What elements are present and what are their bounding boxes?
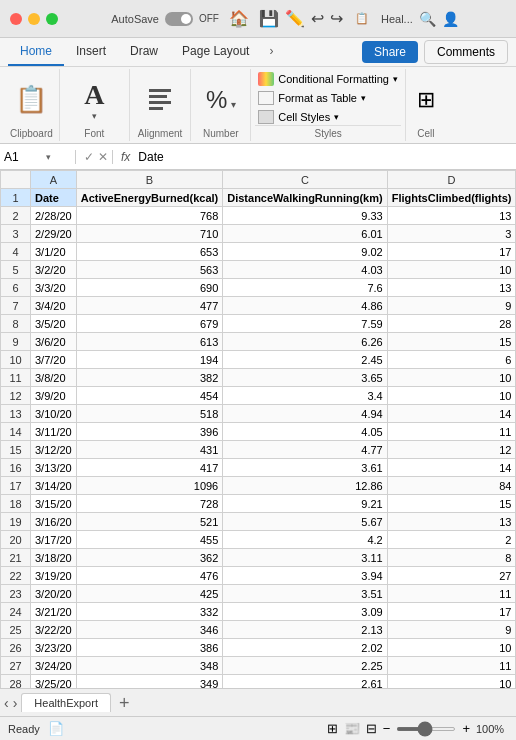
cell-d23[interactable]: 11 xyxy=(387,585,516,603)
formula-x-icon[interactable]: ✕ xyxy=(98,150,108,164)
cell-styles-button[interactable]: Cell Styles ▾ xyxy=(255,109,401,125)
cell-a10[interactable]: 3/7/20 xyxy=(31,351,77,369)
cell-a25[interactable]: 3/22/20 xyxy=(31,621,77,639)
cell-a21[interactable]: 3/18/20 xyxy=(31,549,77,567)
page-view-icon[interactable]: 📄 xyxy=(48,721,64,736)
cell-d11[interactable]: 10 xyxy=(387,369,516,387)
number-button[interactable]: % ▾ xyxy=(206,86,236,114)
cell-d7[interactable]: 9 xyxy=(387,297,516,315)
normal-view-icon[interactable]: ⊞ xyxy=(327,721,338,736)
tab-home[interactable]: Home xyxy=(8,38,64,66)
cell-d28[interactable]: 10 xyxy=(387,675,516,689)
cell-a3[interactable]: 2/29/20 xyxy=(31,225,77,243)
cell-b3[interactable]: 710 xyxy=(76,225,223,243)
cell-d21[interactable]: 8 xyxy=(387,549,516,567)
cell-c3[interactable]: 6.01 xyxy=(223,225,387,243)
cell-b17[interactable]: 1096 xyxy=(76,477,223,495)
cell-b14[interactable]: 396 xyxy=(76,423,223,441)
cell-d3[interactable]: 3 xyxy=(387,225,516,243)
cell-d4[interactable]: 17 xyxy=(387,243,516,261)
font-button[interactable]: A ▾ xyxy=(80,77,108,123)
cell-b12[interactable]: 454 xyxy=(76,387,223,405)
formula-input[interactable]: Date xyxy=(138,150,512,164)
cell-c2[interactable]: 9.33 xyxy=(223,207,387,225)
cell-d12[interactable]: 10 xyxy=(387,387,516,405)
cell-c6[interactable]: 7.6 xyxy=(223,279,387,297)
autosave-toggle[interactable] xyxy=(165,12,193,26)
cell-d10[interactable]: 6 xyxy=(387,351,516,369)
cell-c10[interactable]: 2.45 xyxy=(223,351,387,369)
formula-check-icon[interactable]: ✓ xyxy=(84,150,94,164)
cell-b20[interactable]: 455 xyxy=(76,531,223,549)
cell-b10[interactable]: 194 xyxy=(76,351,223,369)
cell-c9[interactable]: 6.26 xyxy=(223,333,387,351)
cell-a2[interactable]: 2/28/20 xyxy=(31,207,77,225)
cell-b13[interactable]: 518 xyxy=(76,405,223,423)
cell-b24[interactable]: 332 xyxy=(76,603,223,621)
cell-c16[interactable]: 3.61 xyxy=(223,459,387,477)
cell-b8[interactable]: 679 xyxy=(76,315,223,333)
page-layout-view-icon[interactable]: 📰 xyxy=(344,721,360,736)
cell-d27[interactable]: 11 xyxy=(387,657,516,675)
cell-c27[interactable]: 2.25 xyxy=(223,657,387,675)
cell-c20[interactable]: 4.2 xyxy=(223,531,387,549)
cell-b26[interactable]: 386 xyxy=(76,639,223,657)
cell-reference-input[interactable]: A1 xyxy=(4,150,44,164)
cell-ref-dropdown-icon[interactable]: ▾ xyxy=(46,152,51,162)
cell-b25[interactable]: 346 xyxy=(76,621,223,639)
zoom-slider[interactable] xyxy=(396,727,456,731)
cell-c12[interactable]: 3.4 xyxy=(223,387,387,405)
tab-draw[interactable]: Draw xyxy=(118,38,170,66)
cell-c11[interactable]: 3.65 xyxy=(223,369,387,387)
cell-d8[interactable]: 28 xyxy=(387,315,516,333)
cell-d25[interactable]: 9 xyxy=(387,621,516,639)
cell-b23[interactable]: 425 xyxy=(76,585,223,603)
cell-b19[interactable]: 521 xyxy=(76,513,223,531)
comments-button[interactable]: Comments xyxy=(424,40,508,64)
cell-a23[interactable]: 3/20/20 xyxy=(31,585,77,603)
cell-a12[interactable]: 3/9/20 xyxy=(31,387,77,405)
cell-c26[interactable]: 2.02 xyxy=(223,639,387,657)
cell-c28[interactable]: 2.61 xyxy=(223,675,387,689)
cell-c13[interactable]: 4.94 xyxy=(223,405,387,423)
cell-a27[interactable]: 3/24/20 xyxy=(31,657,77,675)
cell-a22[interactable]: 3/19/20 xyxy=(31,567,77,585)
tab-insert[interactable]: Insert xyxy=(64,38,118,66)
cell-d18[interactable]: 15 xyxy=(387,495,516,513)
cell-d24[interactable]: 17 xyxy=(387,603,516,621)
add-sheet-button[interactable]: + xyxy=(115,694,134,712)
cell-c5[interactable]: 4.03 xyxy=(223,261,387,279)
cell-c23[interactable]: 3.51 xyxy=(223,585,387,603)
alignment-button[interactable] xyxy=(145,85,175,114)
cell-b9[interactable]: 613 xyxy=(76,333,223,351)
cell-button[interactable]: ⊞ xyxy=(417,87,435,113)
cell-c18[interactable]: 9.21 xyxy=(223,495,387,513)
cell-c8[interactable]: 7.59 xyxy=(223,315,387,333)
cell-a11[interactable]: 3/8/20 xyxy=(31,369,77,387)
cell-b16[interactable]: 417 xyxy=(76,459,223,477)
active-sheet-tab[interactable]: HealthExport xyxy=(21,693,111,712)
cell-a16[interactable]: 3/13/20 xyxy=(31,459,77,477)
page-break-view-icon[interactable]: ⊟ xyxy=(366,721,377,736)
cell-c22[interactable]: 3.94 xyxy=(223,567,387,585)
cell-d5[interactable]: 10 xyxy=(387,261,516,279)
cell-d9[interactable]: 15 xyxy=(387,333,516,351)
cell-a8[interactable]: 3/5/20 xyxy=(31,315,77,333)
cell-d26[interactable]: 10 xyxy=(387,639,516,657)
cell-b11[interactable]: 382 xyxy=(76,369,223,387)
cell-b1[interactable]: ActiveEnergyBurned(kcal) xyxy=(76,189,223,207)
cell-c17[interactable]: 12.86 xyxy=(223,477,387,495)
maximize-button[interactable] xyxy=(46,13,58,25)
zoom-plus-icon[interactable]: + xyxy=(462,721,470,736)
sheet-tab-next-icon[interactable]: › xyxy=(13,695,18,711)
cell-a1[interactable]: Date xyxy=(31,189,77,207)
cell-d6[interactable]: 13 xyxy=(387,279,516,297)
cell-b21[interactable]: 362 xyxy=(76,549,223,567)
minimize-button[interactable] xyxy=(28,13,40,25)
cell-b15[interactable]: 431 xyxy=(76,441,223,459)
cell-a5[interactable]: 3/2/20 xyxy=(31,261,77,279)
share-button[interactable]: Share xyxy=(362,41,418,63)
cell-b2[interactable]: 768 xyxy=(76,207,223,225)
cell-b28[interactable]: 349 xyxy=(76,675,223,689)
close-button[interactable] xyxy=(10,13,22,25)
